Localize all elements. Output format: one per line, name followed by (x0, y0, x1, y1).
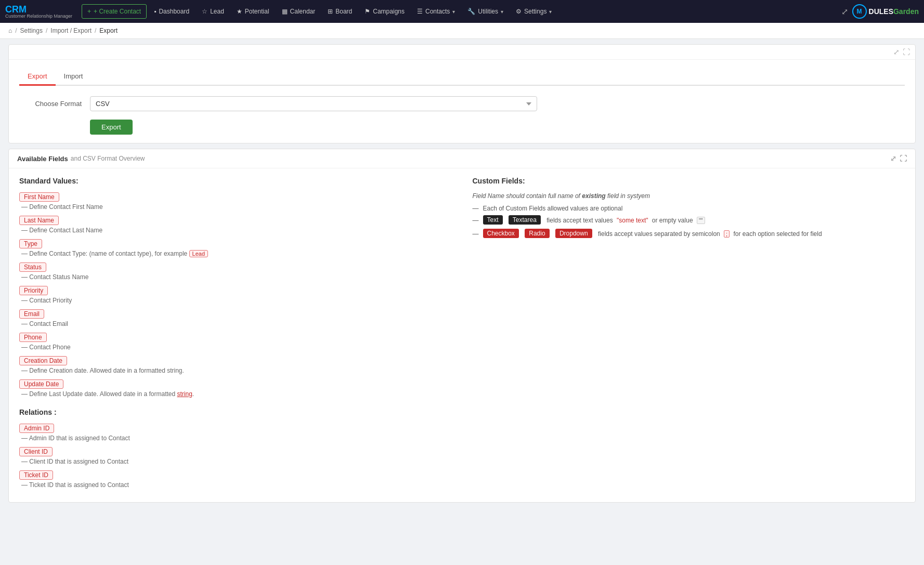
breadcrumb-home[interactable]: ⌂ (8, 27, 12, 34)
nav-campaigns[interactable]: ⚑ Campaigns (359, 5, 410, 18)
relations-title: Relations : (19, 408, 452, 416)
nav-utilities[interactable]: 🔧 Utilities ▾ (462, 5, 509, 18)
dash-icon-3: — (473, 230, 479, 238)
export-card-body: Export Import Choose Format CSV Export (9, 60, 915, 143)
fields-expand-icon[interactable]: ⤢ (890, 154, 896, 163)
phone-tag: Phone (19, 333, 47, 342)
brand-logo: CRM Customer Relationship Manager (5, 5, 72, 19)
bullet3-text-end: for each option selected for field (732, 230, 822, 238)
nav-calendar[interactable]: ▦ Calendar (277, 5, 321, 18)
field-type: Type — Define Contact Type: (name of con… (19, 239, 452, 257)
some-text-value: "some text" (617, 217, 648, 224)
breadcrumb: ⌂ / Settings / Import / Export / Export (0, 23, 924, 39)
available-fields-card: Available Fields and CSV Format Overview… (8, 149, 916, 503)
update-date-desc: — Define Last Update date. Allowed date … (21, 390, 194, 398)
phone-desc: — Contact Phone (21, 344, 71, 351)
export-button[interactable]: Export (90, 120, 133, 135)
dash-icon-2: — (473, 217, 479, 224)
nav-settings[interactable]: ⚙ Settings ▾ (511, 5, 557, 18)
client-id-tag: Client ID (19, 447, 53, 456)
breadcrumb-import-export[interactable]: Import / Export (50, 27, 92, 34)
last-name-tag: Last Name (19, 216, 59, 225)
format-form-group: Choose Format CSV (19, 96, 905, 111)
custom-fields-note: Field Name should contain full name of e… (473, 192, 905, 200)
utilities-arrow-icon: ▾ (501, 9, 503, 15)
status-tag: Status (19, 262, 46, 272)
brand-subtitle: Customer Relationship Manager (5, 14, 72, 19)
create-contact-button[interactable]: + + Create Contact (82, 4, 147, 19)
client-id-desc: — Client ID that is assigned to Contact (21, 458, 128, 465)
board-icon: ⊞ (328, 8, 333, 15)
format-select[interactable]: CSV (90, 96, 537, 111)
section-subtitle-text: and CSV Format Overview (71, 155, 145, 162)
field-phone: Phone — Contact Phone (19, 333, 452, 351)
nav-lead-label: Lead (210, 8, 224, 15)
breadcrumb-current: Export (99, 27, 118, 34)
breadcrumb-sep-1: / (15, 27, 17, 34)
nav-potential[interactable]: ★ Potential (231, 5, 275, 18)
nav-board-label: Board (335, 8, 352, 15)
semicolon-value: ; (724, 230, 730, 238)
tab-export[interactable]: Export (19, 68, 56, 86)
calendar-icon: ▦ (282, 8, 288, 15)
breadcrumb-settings[interactable]: Settings (20, 27, 43, 34)
fullscreen-card-icon[interactable]: ⛶ (903, 48, 910, 56)
contacts-icon: ☰ (417, 8, 423, 15)
field-update-date: Update Date — Define Last Update date. A… (19, 379, 452, 398)
utilities-icon: 🔧 (467, 8, 475, 15)
tab-import[interactable]: Import (56, 68, 92, 86)
type-desc: — Define Contact Type: (name of contact … (21, 250, 208, 257)
text-tag: Text (483, 215, 503, 225)
ticket-id-tag: Ticket ID (19, 470, 53, 480)
plus-icon: + (87, 8, 91, 15)
field-status: Status — Contact Status Name (19, 262, 452, 281)
first-name-desc: — Define Contact First Name (21, 203, 103, 211)
custom-bullet-3: — Checkbox Radio Dropdown fields accept … (473, 229, 905, 239)
nav-calendar-label: Calendar (290, 8, 316, 15)
custom-bullet-1-text: Each of Custom Fields allowed values are… (483, 205, 623, 212)
export-import-card: ⤢ ⛶ Export Import Choose Format CSV Expo… (8, 44, 916, 143)
textarea-tag: Textarea (509, 215, 541, 225)
nav-dashboard[interactable]: ▪ Dashboard (149, 5, 194, 18)
bullet2-text-or: or empty value (650, 217, 695, 224)
admin-id-tag: Admin ID (19, 424, 54, 433)
export-import-tabs: Export Import (19, 68, 905, 86)
expand-icon[interactable]: ⤢ (893, 48, 900, 56)
custom-fields-column: Custom Fields: Field Name should contain… (473, 177, 905, 494)
mg-logo: M (852, 4, 867, 19)
create-contact-label: + Create Contact (94, 8, 141, 15)
custom-bullet-1: — Each of Custom Fields allowed values a… (473, 205, 905, 212)
nav-lead[interactable]: ☆ Lead (197, 5, 229, 18)
dropdown-tag: Dropdown (555, 229, 592, 238)
card-header-icons: ⤢ ⛶ (893, 48, 910, 56)
fields-fullscreen-icon[interactable]: ⛶ (900, 154, 907, 163)
status-desc: — Contact Status Name (21, 273, 88, 281)
field-creation-date: Creation Date — Define Creation date. Al… (19, 356, 452, 374)
campaigns-icon: ⚑ (365, 8, 370, 15)
dash-icon-1: — (473, 205, 479, 212)
brand-crm: CRM (5, 5, 72, 14)
gear-icon: ⚙ (516, 8, 522, 15)
modules-garden-brand: M DULESGarden (852, 4, 919, 19)
field-client-id: Client ID — Client ID that is assigned t… (19, 447, 452, 465)
star-icon: ☆ (202, 8, 207, 15)
fields-card-icons: ⤢ ⛶ (890, 154, 907, 163)
nav-contacts[interactable]: ☰ Contacts ▾ (412, 5, 460, 18)
email-desc: — Contact Email (21, 320, 68, 327)
bullet3-text-mid: fields accept values separated by semico… (598, 230, 722, 238)
field-admin-id: Admin ID — Admin ID that is assigned to … (19, 424, 452, 442)
field-email: Email — Contact Email (19, 309, 452, 327)
custom-fields-title: Custom Fields: (473, 177, 905, 185)
type-tag: Type (19, 239, 42, 248)
ticket-id-desc: — Ticket ID that is assigned to Contact (21, 481, 129, 489)
radio-tag: Radio (525, 229, 549, 238)
update-date-tag: Update Date (19, 379, 63, 389)
page-content: ⤢ ⛶ Export Import Choose Format CSV Expo… (0, 39, 924, 508)
nav-utilities-label: Utilities (478, 8, 498, 15)
star-filled-icon: ★ (237, 8, 242, 15)
nav-contacts-label: Contacts (425, 8, 450, 15)
nav-board[interactable]: ⊞ Board (322, 5, 357, 18)
creation-date-desc: — Define Creation date. Allowed date in … (21, 367, 184, 374)
field-priority: Priority — Contact Priority (19, 286, 452, 304)
fullscreen-icon[interactable]: ⤢ (841, 7, 848, 17)
